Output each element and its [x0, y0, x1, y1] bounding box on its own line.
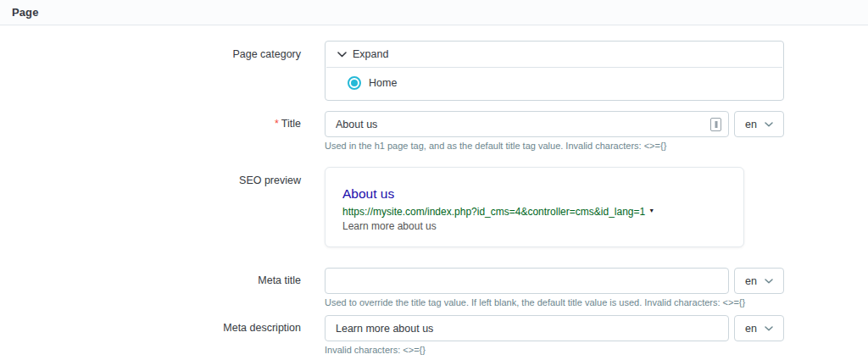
- seo-preview-url-text: https://mysite.com/index.php?id_cms=4&co…: [342, 206, 645, 218]
- form-row-seo-preview: SEO preview About us https://mysite.com/…: [0, 167, 868, 247]
- chevron-down-icon: [765, 279, 773, 284]
- meta-title-control: en Used to override the title tag value.…: [325, 268, 868, 307]
- meta-description-language-dropdown[interactable]: en: [734, 315, 784, 341]
- seo-preview-control: About us https://mysite.com/index.php?id…: [325, 167, 868, 247]
- meta-description-control: en Invalid characters: <>={}: [325, 315, 868, 355]
- title-label-text: Title: [281, 118, 301, 130]
- meta-description-input[interactable]: [325, 315, 729, 341]
- panel-body: Page category Expand Home: [0, 25, 868, 355]
- title-label: *Title: [0, 111, 301, 151]
- chevron-down-icon: [337, 52, 347, 58]
- page-category-label: Page category: [0, 41, 301, 101]
- meta-title-input-line: en: [325, 268, 868, 294]
- title-control: en Used in the h1 page tag, and as the d…: [325, 111, 868, 151]
- meta-title-input-wrap: [325, 268, 729, 294]
- seo-preview-url: https://mysite.com/index.php?id_cms=4&co…: [342, 204, 726, 219]
- text-field-icon: [710, 118, 721, 131]
- panel-header: Page: [0, 0, 868, 25]
- radio-selected-icon[interactable]: [348, 76, 361, 90]
- form-row-meta-description: Meta description en Invalid characters: …: [0, 315, 868, 355]
- seo-preview-description: Learn more about us: [342, 219, 726, 233]
- form-row-meta-title: Meta title en Used to override the title…: [0, 268, 868, 307]
- form-row-title: *Title en Used in the h1 page tag, an: [0, 111, 868, 151]
- meta-description-language-value: en: [745, 323, 757, 335]
- seo-preview-label: SEO preview: [0, 167, 301, 247]
- caret-down-icon: ▼: [648, 208, 654, 213]
- title-language-dropdown[interactable]: en: [734, 111, 784, 137]
- category-expand-label: Expand: [353, 48, 388, 60]
- title-input-wrap: [325, 111, 729, 137]
- meta-description-input-line: en: [325, 315, 868, 341]
- title-language-value: en: [745, 119, 757, 130]
- seo-preview-box: About us https://mysite.com/index.php?id…: [325, 167, 744, 247]
- category-tree-box: Expand Home: [325, 41, 784, 101]
- category-option-label: Home: [369, 77, 397, 89]
- panel-title: Page: [12, 6, 38, 19]
- meta-description-input-wrap: [325, 315, 729, 341]
- page-category-control: Expand Home: [325, 41, 868, 101]
- meta-description-help-text: Invalid characters: <>={}: [325, 345, 868, 355]
- title-input-line: en: [325, 111, 868, 137]
- form-row-page-category: Page category Expand Home: [0, 41, 868, 101]
- meta-title-label: Meta title: [0, 268, 301, 307]
- title-input[interactable]: [325, 111, 729, 137]
- chevron-down-icon: [765, 326, 773, 331]
- meta-title-language-value: en: [745, 275, 757, 287]
- title-help-text: Used in the h1 page tag, and as the defa…: [325, 141, 868, 151]
- chevron-down-icon: [765, 122, 773, 127]
- seo-preview-title: About us: [342, 186, 726, 202]
- category-expand-toggle[interactable]: Expand: [326, 42, 783, 67]
- meta-title-language-dropdown[interactable]: en: [734, 268, 784, 294]
- required-asterisk: *: [275, 118, 279, 130]
- meta-title-help-text: Used to override the title tag value. If…: [325, 297, 868, 307]
- meta-description-label: Meta description: [0, 315, 301, 355]
- meta-title-input[interactable]: [325, 268, 729, 294]
- page-form-panel: Page Page category Expand Home: [0, 0, 868, 360]
- category-option-home[interactable]: Home: [326, 68, 783, 100]
